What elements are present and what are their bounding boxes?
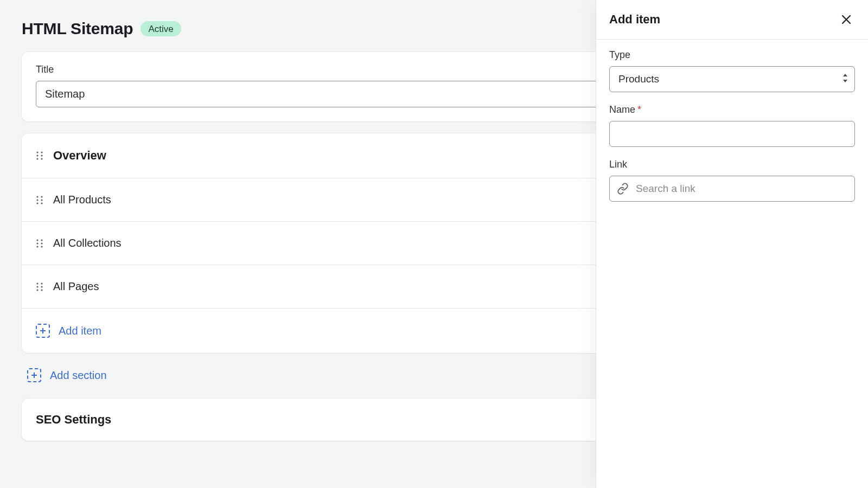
close-icon — [840, 13, 853, 26]
required-asterisk: * — [637, 104, 641, 115]
svg-point-9 — [41, 199, 42, 201]
link-icon — [617, 183, 629, 195]
svg-point-18 — [36, 282, 38, 284]
link-input[interactable] — [609, 176, 855, 202]
svg-point-0 — [36, 151, 38, 153]
type-select[interactable]: Products — [609, 66, 855, 92]
svg-point-3 — [41, 155, 42, 156]
svg-point-15 — [41, 242, 42, 244]
list-item-label: All Pages — [53, 280, 99, 293]
type-field: Type Products — [609, 49, 855, 92]
svg-point-22 — [36, 289, 38, 291]
name-input[interactable] — [609, 121, 855, 147]
svg-point-21 — [41, 286, 42, 287]
drag-handle-icon[interactable] — [36, 150, 43, 161]
panel-header: Add item — [596, 0, 868, 40]
add-section-label: Add section — [50, 369, 107, 382]
svg-point-7 — [41, 196, 42, 197]
name-label-text: Name — [609, 104, 635, 115]
svg-point-5 — [41, 158, 42, 159]
close-button[interactable] — [838, 11, 855, 28]
list-item-label: All Collections — [53, 237, 122, 249]
drag-handle-icon[interactable] — [36, 195, 43, 206]
drag-handle-icon[interactable] — [36, 281, 43, 292]
svg-point-20 — [36, 286, 38, 287]
panel-title: Add item — [609, 12, 660, 27]
svg-point-17 — [41, 246, 42, 247]
svg-point-11 — [41, 202, 42, 204]
list-item-label: All Products — [53, 194, 111, 206]
panel-body: Type Products Name* Link — [596, 40, 868, 211]
svg-point-2 — [36, 155, 38, 156]
svg-point-1 — [41, 151, 42, 153]
svg-point-12 — [36, 239, 38, 241]
name-label: Name* — [609, 104, 855, 115]
link-label: Link — [609, 159, 855, 170]
status-badge: Active — [141, 21, 181, 36]
svg-point-13 — [41, 239, 42, 241]
plus-dashed-icon — [27, 368, 41, 382]
plus-dashed-icon — [36, 324, 50, 338]
page-title: HTML Sitemap — [22, 20, 133, 38]
link-field: Link — [609, 159, 855, 202]
add-item-panel: Add item Type Products Name* Link — [596, 0, 868, 488]
svg-point-16 — [36, 246, 38, 247]
svg-point-4 — [36, 158, 38, 159]
svg-point-8 — [36, 199, 38, 201]
svg-point-23 — [41, 289, 42, 291]
drag-handle-icon[interactable] — [36, 238, 43, 249]
svg-point-19 — [41, 282, 42, 284]
svg-point-14 — [36, 242, 38, 244]
type-label: Type — [609, 49, 855, 61]
add-item-label: Add item — [59, 325, 101, 337]
svg-point-10 — [36, 202, 38, 204]
svg-point-6 — [36, 196, 38, 197]
name-field: Name* — [609, 104, 855, 147]
section-header-label: Overview — [53, 149, 106, 163]
